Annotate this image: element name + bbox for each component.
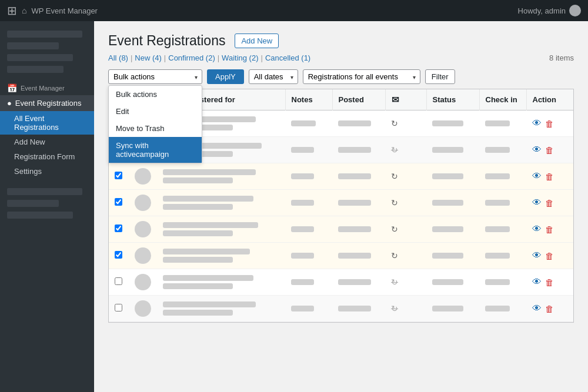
delete-icon[interactable]: 🗑	[545, 251, 554, 261]
status-link-all[interactable]: All (8)	[108, 53, 128, 62]
avatar	[135, 195, 151, 211]
delete-icon[interactable]: 🗑	[545, 277, 554, 287]
row-status-cell	[426, 269, 479, 296]
row-status-cell	[426, 216, 479, 243]
row-status-cell	[426, 137, 479, 163]
sidebar-item-event-registrations[interactable]: ● Event Registrations	[0, 95, 94, 111]
registrations-icon: ●	[7, 99, 12, 108]
row-posted-cell	[332, 216, 385, 243]
delete-icon[interactable]: 🗑	[545, 225, 554, 234]
sync-icon[interactable]: ↻	[391, 119, 398, 128]
apply-button[interactable]: ApplY	[207, 69, 244, 84]
view-icon[interactable]: 👁	[532, 197, 542, 208]
delete-icon[interactable]: 🗑	[545, 172, 554, 182]
checkin-placeholder	[485, 147, 510, 153]
view-icon[interactable]: 👁	[532, 145, 542, 155]
event-sub-placeholder	[163, 310, 233, 316]
status-link-cancelled[interactable]: Cancelled (1)	[265, 53, 310, 62]
dropdown-item-bulk[interactable]: Bulk actions	[109, 86, 202, 103]
row-checkbox[interactable]	[115, 172, 122, 179]
admin-bar-right: Howdy, admin	[518, 5, 581, 16]
main-content: Event Registrations Add New All (8) | Ne…	[94, 21, 588, 392]
wp-logo-icon: ⊞	[7, 4, 17, 18]
row-checkin-cell	[479, 190, 526, 216]
view-icon[interactable]: 👁	[532, 118, 542, 129]
sync-icon[interactable]: ↻	[391, 225, 398, 234]
row-checkin-cell	[479, 110, 526, 137]
sidebar-placeholder	[7, 188, 82, 195]
notes-placeholder	[291, 200, 314, 206]
row-posted-cell	[332, 243, 385, 269]
delete-icon[interactable]: 🗑	[545, 304, 554, 314]
dropdown-item-trash[interactable]: Move to Trash	[109, 120, 202, 137]
no-sync-icon: ↻	[391, 145, 398, 155]
site-name: WP Event Manager	[31, 6, 97, 15]
row-action-cell: 👁 🗑	[526, 243, 573, 269]
event-name-placeholder	[163, 275, 254, 281]
row-checkbox[interactable]	[115, 304, 122, 311]
row-event-cell	[157, 163, 286, 190]
avatar	[135, 221, 151, 237]
view-icon[interactable]: 👁	[532, 277, 542, 287]
sync-icon[interactable]: ↻	[391, 172, 398, 181]
sidebar-placeholder	[7, 212, 73, 219]
page-header: Event Registrations Add New	[108, 33, 574, 49]
sidebar-sub-settings[interactable]: Settings	[0, 164, 94, 179]
sync-icon[interactable]: ↻	[391, 198, 398, 207]
status-link-confirmed[interactable]: Confirmed (2)	[168, 53, 215, 62]
status-links-left: All (8) | New (4) | Confirmed (2) | Wait…	[108, 53, 310, 62]
delete-icon[interactable]: 🗑	[545, 119, 554, 129]
sidebar-placeholder	[7, 54, 73, 61]
row-notes-cell	[285, 110, 332, 137]
row-avatar-cell	[129, 296, 157, 322]
home-icon[interactable]: ⌂	[22, 6, 26, 15]
delete-icon[interactable]: 🗑	[545, 145, 554, 155]
status-link-new[interactable]: New (4)	[135, 53, 162, 62]
sidebar-sub-registration-form[interactable]: Registration Form	[0, 149, 94, 164]
row-checkbox-cell	[109, 190, 129, 216]
notes-placeholder	[291, 279, 314, 285]
sidebar-sub-all-event-registrations[interactable]: All Event Registrations	[0, 111, 94, 135]
no-sync-icon: ↻	[391, 304, 398, 313]
posted-placeholder	[338, 147, 371, 153]
status-link-waiting[interactable]: Waiting (2)	[222, 53, 258, 62]
row-checkbox[interactable]	[115, 277, 122, 285]
row-checkbox-cell	[109, 216, 129, 243]
admin-bar: ⊞ ⌂ WP Event Manager Howdy, admin	[0, 0, 588, 21]
sidebar-sub-add-new[interactable]: Add New	[0, 135, 94, 149]
event-sub-placeholder	[163, 177, 233, 183]
row-checkbox[interactable]	[115, 225, 122, 232]
sidebar-placeholder	[7, 200, 59, 207]
delete-icon[interactable]: 🗑	[545, 198, 554, 208]
view-icon[interactable]: 👁	[532, 303, 542, 314]
row-avatar-cell	[129, 163, 157, 190]
row-checkbox-cell	[109, 163, 129, 190]
checkin-placeholder	[485, 306, 510, 311]
row-event-cell	[157, 190, 286, 216]
event-manager-section: 📅 Event Manager	[0, 78, 94, 95]
view-icon[interactable]: 👁	[532, 171, 542, 182]
view-icon[interactable]: 👁	[532, 224, 542, 234]
row-checkbox-cell	[109, 269, 129, 296]
table-row: ↻ 👁 🗑	[109, 190, 573, 216]
th-notes: Notes	[285, 89, 332, 110]
checkin-placeholder	[485, 226, 510, 232]
dropdown-item-edit[interactable]: Edit	[109, 103, 202, 120]
dates-filter-select[interactable]: All dates	[249, 69, 298, 84]
row-sync-cell: ↻	[385, 216, 426, 243]
row-posted-cell	[332, 110, 385, 137]
bulk-actions-select[interactable]: Bulk actions Edit Move to Trash Sync wit…	[108, 69, 202, 84]
filter-button[interactable]: Filter	[425, 69, 455, 84]
sync-icon[interactable]: ↻	[391, 251, 398, 260]
add-new-button[interactable]: Add New	[235, 33, 279, 48]
row-avatar-cell	[129, 216, 157, 243]
avatar	[135, 300, 151, 317]
row-checkbox[interactable]	[115, 251, 122, 259]
checkin-placeholder	[485, 279, 510, 285]
dropdown-item-sync[interactable]: Sync with activecampaign	[109, 137, 202, 163]
view-icon[interactable]: 👁	[532, 250, 542, 261]
row-sync-cell: ↻	[385, 243, 426, 269]
registrations-filter-select[interactable]: Registrations for all events	[303, 69, 420, 84]
row-checkbox[interactable]	[115, 198, 122, 206]
status-placeholder	[432, 120, 463, 126]
